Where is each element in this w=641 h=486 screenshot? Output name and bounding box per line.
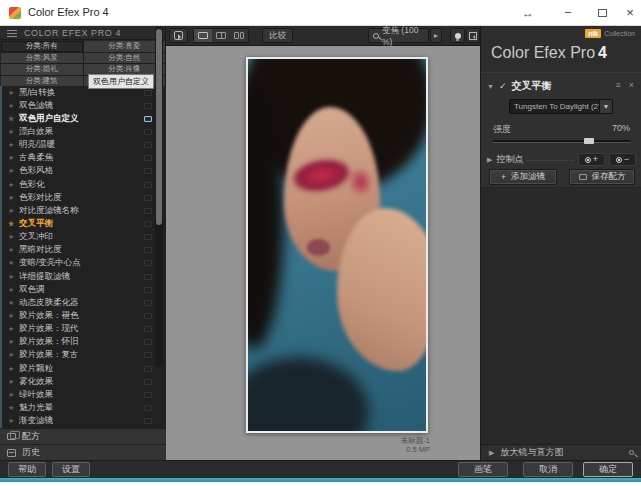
duplicate-icon[interactable] xyxy=(144,247,152,253)
filter-item[interactable]: ★ 胶片效果：现代 xyxy=(2,323,166,336)
filter-enabled-check-icon[interactable]: ✓ xyxy=(499,81,507,91)
list-scrollbar[interactable] xyxy=(155,27,163,367)
duplicate-icon[interactable] xyxy=(144,379,152,385)
filter-item[interactable]: ★ 色彩化 xyxy=(2,178,166,191)
filter-item[interactable]: ★ 雾化效果 xyxy=(2,375,166,388)
panel-toggle-button[interactable] xyxy=(466,28,480,43)
duplicate-icon[interactable] xyxy=(144,300,152,306)
filter-item[interactable]: ★ 双色滤镜 xyxy=(2,99,166,112)
scrollbar-thumb[interactable] xyxy=(156,29,162,225)
filter-item[interactable]: ★ 交叉冲印 xyxy=(2,231,166,244)
pin-icon[interactable] xyxy=(629,450,634,455)
filter-item[interactable]: ★ 明亮/温暖 xyxy=(2,139,166,152)
favorite-star-icon[interactable]: ★ xyxy=(8,233,19,241)
zoom-control[interactable]: 变焦 (100 %) xyxy=(368,28,429,43)
category-button[interactable]: 分类:喜爱 xyxy=(84,41,166,52)
duplicate-icon[interactable] xyxy=(144,366,152,372)
float-window-button[interactable]: ↔ xyxy=(518,4,538,22)
duplicate-icon[interactable] xyxy=(144,208,152,214)
collapse-icon[interactable]: ▼ xyxy=(487,83,494,90)
filter-item[interactable]: ★ 对比度滤镜名称 xyxy=(2,204,166,217)
favorite-star-icon[interactable]: ★ xyxy=(8,312,19,320)
duplicate-icon[interactable] xyxy=(144,182,152,188)
filter-item[interactable]: ★ 胶片效果：复古 xyxy=(2,349,166,362)
favorite-star-icon[interactable]: ★ xyxy=(8,286,19,294)
duplicate-icon[interactable] xyxy=(144,129,152,135)
duplicate-icon[interactable] xyxy=(144,418,152,424)
filter-item[interactable]: ★ 双色调 xyxy=(2,283,166,296)
duplicate-icon[interactable] xyxy=(144,405,152,411)
filter-item[interactable]: ★ 详细提取滤镜 xyxy=(2,270,166,283)
filter-item[interactable]: ★ 渐变滤镜 xyxy=(2,415,166,428)
favorite-star-icon[interactable]: ★ xyxy=(8,167,19,175)
ok-button[interactable]: 确定 xyxy=(583,462,633,477)
duplicate-icon[interactable] xyxy=(144,142,152,148)
favorite-star-icon[interactable]: ★ xyxy=(8,102,19,110)
favorite-star-icon[interactable]: ★ xyxy=(8,351,19,359)
filter-item[interactable]: ★ 黑暗对比度 xyxy=(2,244,166,257)
filter-item[interactable]: ★ 胶片颗粒 xyxy=(2,362,166,375)
duplicate-icon[interactable] xyxy=(144,274,152,280)
duplicate-icon[interactable] xyxy=(144,260,152,266)
remove-filter-icon[interactable]: × xyxy=(629,80,634,90)
loupe-histogram-bar[interactable]: ▶ 放大镜与直方图 xyxy=(481,444,641,460)
duplicate-icon[interactable] xyxy=(144,195,152,201)
filter-item[interactable]: ★ 双色用户自定义 xyxy=(2,112,166,125)
split-view-button[interactable] xyxy=(212,29,230,42)
duplicate-icon[interactable] xyxy=(144,234,152,240)
filter-item[interactable]: ★ 色彩对比度 xyxy=(2,191,166,204)
favorite-star-icon[interactable]: ★ xyxy=(8,259,19,267)
favorite-star-icon[interactable]: ★ xyxy=(8,141,19,149)
category-button[interactable]: 分类:婚礼 xyxy=(1,64,83,75)
add-filter-button[interactable]: + 添加滤镜 xyxy=(489,169,557,185)
favorite-star-icon[interactable]: ★ xyxy=(8,220,19,228)
favorite-star-icon[interactable]: ★ xyxy=(8,194,19,202)
category-button[interactable]: 分类:风景 xyxy=(1,53,83,64)
favorite-star-icon[interactable]: ★ xyxy=(8,404,19,412)
filter-item[interactable]: ★ 漂白效果 xyxy=(2,125,166,138)
close-button[interactable]: × xyxy=(620,4,640,22)
expand-icon[interactable]: ▶ xyxy=(487,156,492,164)
favorite-star-icon[interactable]: ★ xyxy=(8,365,19,373)
duplicate-icon[interactable] xyxy=(144,352,152,358)
filter-menu-icon[interactable]: ≡ xyxy=(615,80,620,90)
duplicate-icon[interactable] xyxy=(144,168,152,174)
favorite-star-icon[interactable]: ★ xyxy=(8,207,19,215)
filter-item[interactable]: ★ 动态皮肤柔化器 xyxy=(2,296,166,309)
favorite-star-icon[interactable]: ★ xyxy=(8,391,19,399)
category-button[interactable]: 分类:肖像 xyxy=(84,64,166,75)
save-recipe-button[interactable]: 保存配方 xyxy=(569,169,635,185)
duplicate-icon[interactable] xyxy=(144,116,152,122)
side-by-side-view-button[interactable] xyxy=(230,29,248,42)
favorite-star-icon[interactable]: ★ xyxy=(8,89,19,97)
category-button[interactable]: 分类:建筑 xyxy=(1,76,83,87)
favorite-star-icon[interactable]: ★ xyxy=(8,128,19,136)
refresh-preview-button[interactable] xyxy=(169,28,188,43)
category-button[interactable]: 分类:所有 xyxy=(1,41,83,52)
settings-button[interactable]: 设置 xyxy=(52,462,90,477)
duplicate-icon[interactable] xyxy=(144,392,152,398)
favorite-star-icon[interactable]: ★ xyxy=(8,378,19,386)
strength-slider[interactable] xyxy=(493,140,630,143)
duplicate-icon[interactable] xyxy=(144,287,152,293)
filter-item[interactable]: ★ 变暗/变亮中心点 xyxy=(2,257,166,270)
filter-item[interactable]: ★ 交叉平衡 xyxy=(2,217,166,230)
duplicate-icon[interactable] xyxy=(144,313,152,319)
single-view-button[interactable] xyxy=(194,29,212,42)
expand-icon[interactable]: ▶ xyxy=(489,449,494,457)
history-section-bar[interactable]: 历史 xyxy=(0,444,166,460)
filter-item[interactable]: ★ 魅力光晕 xyxy=(2,401,166,414)
duplicate-icon[interactable] xyxy=(144,103,152,109)
favorite-star-icon[interactable]: ★ xyxy=(8,154,19,162)
brush-button[interactable]: 画笔 xyxy=(458,462,508,477)
recipes-section-bar[interactable]: 配方 xyxy=(0,428,166,444)
preset-dropdown[interactable]: Tungsten To Daylight (2) ▼ xyxy=(509,99,613,114)
filter-item[interactable]: ★ 色彩风格 xyxy=(2,165,166,178)
compare-button[interactable]: 比较 xyxy=(262,28,293,43)
background-color-button[interactable] xyxy=(450,28,465,43)
favorite-star-icon[interactable]: ★ xyxy=(8,338,19,346)
chevron-down-icon[interactable]: ▼ xyxy=(599,100,612,113)
favorite-star-icon[interactable]: ★ xyxy=(8,115,19,123)
duplicate-icon[interactable] xyxy=(144,90,152,96)
minimize-button[interactable]: − xyxy=(558,4,578,22)
